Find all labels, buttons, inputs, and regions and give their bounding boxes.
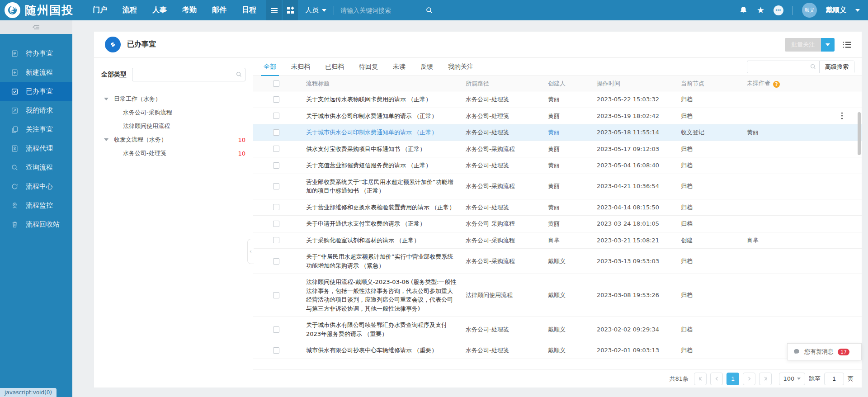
page-size-select[interactable]: 100 <box>779 373 805 385</box>
table-row[interactable]: 关于支付远传水表物联网卡费用的请示 （正常） 水务公司-处理笺 黄丽 2023-… <box>253 91 862 108</box>
row-title[interactable]: 城市供水有限公司抄表中心车辆维修请示 （重要） <box>296 346 466 355</box>
more-apps-icon[interactable]: ⋯ <box>774 5 783 15</box>
tab-6[interactable]: 我的关注 <box>448 58 473 76</box>
select-all-checkbox[interactable] <box>273 80 279 87</box>
list-view-icon[interactable] <box>843 41 852 49</box>
tree-expand-caret-icon[interactable] <box>104 138 108 141</box>
sidebar-item-done-check[interactable]: 已办事宜 <box>0 82 72 101</box>
sidebar-item-flow-center[interactable]: 流程中心 <box>0 177 72 196</box>
tab-2[interactable]: 已归档 <box>325 58 344 76</box>
top-nav-item-0[interactable]: 门户 <box>93 5 107 15</box>
vertical-scrollbar[interactable] <box>858 112 861 155</box>
row-checkbox[interactable] <box>273 129 279 136</box>
row-title[interactable]: 关于“非居民用水超定额累计加价”实行中营业部收费系统功能增加的采购请示 （紧急） <box>296 252 466 270</box>
row-checkbox[interactable] <box>273 237 279 243</box>
sidebar-item-monitor[interactable]: 流程监控 <box>0 196 72 215</box>
sidebar-item-proxy[interactable]: 流程代理 <box>0 139 72 158</box>
row-title[interactable]: 关于采购化验室试剂和器材的请示 （正常） <box>296 236 466 245</box>
prev-page-button[interactable] <box>710 373 723 385</box>
table-row[interactable]: 关于申请开通供水支付宝收费的请示 （正常） 水务公司-采购流程 黄丽 2023-… <box>253 216 862 232</box>
row-title[interactable]: 关于城市供水公司印制水费通知单的请示 （正常） <box>296 112 466 121</box>
tab-1[interactable]: 未归档 <box>291 58 310 76</box>
top-nav-item-1[interactable]: 流程 <box>123 5 137 15</box>
sidebar-item-todo-doc[interactable]: 待办事宜 <box>0 44 72 63</box>
user-menu-chevron-icon[interactable] <box>855 9 860 12</box>
sidebar-item-new-flow[interactable]: 新建流程 <box>0 63 72 82</box>
row-checkbox[interactable] <box>273 258 279 265</box>
row-checkbox[interactable] <box>273 113 279 119</box>
top-nav-item-2[interactable]: 人事 <box>152 5 167 15</box>
favorites-star-icon[interactable]: ★ <box>757 6 764 14</box>
help-question-icon[interactable]: ? <box>773 81 780 88</box>
page-number-button[interactable]: 1 <box>726 373 739 385</box>
row-checkbox[interactable] <box>273 162 279 169</box>
sidebar-item-follow[interactable]: 关注事宜 <box>0 120 72 139</box>
table-row[interactable]: 城市供水有限公司抄表中心车辆维修请示 （重要） 水务公司-处理笺 戴顺义 202… <box>253 342 862 359</box>
advanced-search-button[interactable]: 高级搜索 <box>819 61 854 73</box>
tree-expand-caret-icon[interactable] <box>104 98 108 100</box>
new-message-toast[interactable]: 您有新消息 17 <box>787 343 862 360</box>
table-row[interactable]: 法律顾问使用流程-戴顺义-2023-03-06 (服务类型:一般性法律事务，包括… <box>253 274 862 317</box>
row-title[interactable]: 供水支付宝收费采购项目中标通知书 （正常） <box>296 145 466 154</box>
top-nav-item-5[interactable]: 日程 <box>242 5 256 15</box>
last-page-button[interactable] <box>759 373 772 385</box>
row-checkbox[interactable] <box>273 204 279 210</box>
batch-follow-dropdown-button[interactable] <box>821 38 835 52</box>
current-username[interactable]: 戴顺义 <box>826 6 846 14</box>
tab-4[interactable]: 未读 <box>393 58 406 76</box>
table-row[interactable]: 营业部收费系统关于“非居民用水超定额累计加价”功能增加的项目中标通知书 （正常）… <box>253 174 862 199</box>
table-row[interactable]: 关于采购化验室试剂和器材的请示 （正常） 水务公司-采购流程 肖芈 2023-0… <box>253 232 862 249</box>
tree-node[interactable]: 收发文流程（水务） 10 <box>94 133 253 147</box>
row-checkbox[interactable] <box>273 146 279 152</box>
table-row[interactable]: 关于城市供水有限公司续签鄂汇办水费查询程序及支付2023年服务费的请示 （重要）… <box>253 317 862 342</box>
row-checkbox[interactable] <box>273 221 279 227</box>
row-title[interactable]: 法律顾问使用流程-戴顺义-2023-03-06 (服务类型:一般性法律事务，包括… <box>296 278 466 313</box>
row-title[interactable]: 关于充值营业部催费短信服务费的请示 （正常） <box>296 161 466 170</box>
sidebar-item-recycle[interactable]: 流程回收站 <box>0 215 72 234</box>
table-row[interactable]: 关于城市供水公司印制水费通知单的请示 （正常） 水务公司-处理笺 黄丽 2023… <box>253 124 862 141</box>
search-icon[interactable] <box>810 63 816 70</box>
table-row[interactable]: 关于充值营业部催费短信服务费的请示 （正常） 水务公司-处理笺 黄丽 2023-… <box>253 157 862 174</box>
row-title[interactable]: 关于营业部维修和更换水表检验装置费用的请示 （正常） <box>296 203 466 212</box>
tree-search-input[interactable] <box>132 68 245 81</box>
row-title[interactable]: 关于支付远传水表物联网卡费用的请示 （正常） <box>296 95 466 104</box>
row-checkbox[interactable] <box>273 326 279 333</box>
global-search-input[interactable] <box>340 7 422 14</box>
tree-node[interactable]: 法律顾问使用流程 <box>94 119 253 133</box>
org-switcher[interactable]: 人员 <box>305 6 326 14</box>
table-row[interactable]: 关于营业部维修和更换水表检验装置费用的请示 （正常） 水务公司-处理笺 黄丽 2… <box>253 199 862 216</box>
row-checkbox[interactable] <box>273 347 279 354</box>
tab-0[interactable]: 全部 <box>264 58 276 76</box>
row-title[interactable]: 关于城市供水有限公司续签鄂汇办水费查询程序及支付2023年服务费的请示 （重要） <box>296 321 466 338</box>
batch-follow-button[interactable]: 批量关注 <box>785 38 821 52</box>
sidebar-item-search-flow[interactable]: 查询流程 <box>0 158 72 177</box>
row-title[interactable]: 营业部收费系统关于“非居民用水超定额累计加价”功能增加的项目中标通知书 （正常） <box>296 178 466 195</box>
jump-page-input[interactable] <box>824 373 844 385</box>
tab-3[interactable]: 待回复 <box>359 58 378 76</box>
top-nav-item-3[interactable]: 考勤 <box>182 5 197 15</box>
row-title[interactable]: 关于城市供水公司印制水费通知单的请示 （正常） <box>296 128 466 137</box>
row-more-menu-icon[interactable] <box>841 111 843 121</box>
row-checkbox[interactable] <box>273 96 279 103</box>
search-icon[interactable] <box>425 6 433 14</box>
tree-node[interactable]: 水务公司-采购流程 <box>94 106 253 119</box>
user-avatar[interactable]: 顺义 <box>802 3 817 18</box>
next-page-button[interactable] <box>743 373 755 385</box>
bell-icon[interactable] <box>739 6 748 14</box>
row-checkbox[interactable] <box>273 292 279 298</box>
tree-collapse-handle[interactable]: ‹ <box>247 239 254 264</box>
row-title[interactable]: 关于申请开通供水支付宝收费的请示 （正常） <box>296 219 466 228</box>
table-row[interactable]: 关于“非居民用水超定额累计加价”实行中营业部收费系统功能增加的采购请示 （紧急）… <box>253 249 862 274</box>
top-nav-item-4[interactable]: 邮件 <box>212 5 226 15</box>
tab-5[interactable]: 反馈 <box>420 58 433 76</box>
tree-node[interactable]: 日常工作（水务） <box>94 92 253 106</box>
first-page-button[interactable] <box>694 373 707 385</box>
search-icon[interactable] <box>236 71 242 79</box>
apps-grid-icon[interactable] <box>283 0 298 20</box>
sidebar-item-my-request[interactable]: 我的请求 <box>0 101 72 120</box>
table-row[interactable]: 关于城市供水公司印制水费通知单的请示 （正常） 水务公司-处理笺 黄丽 2023… <box>253 108 862 125</box>
hamburger-menu-icon[interactable] <box>266 0 282 20</box>
row-checkbox[interactable] <box>273 183 279 189</box>
app-logo[interactable]: 随州国投 <box>0 2 93 18</box>
list-search-input[interactable] <box>747 63 810 70</box>
